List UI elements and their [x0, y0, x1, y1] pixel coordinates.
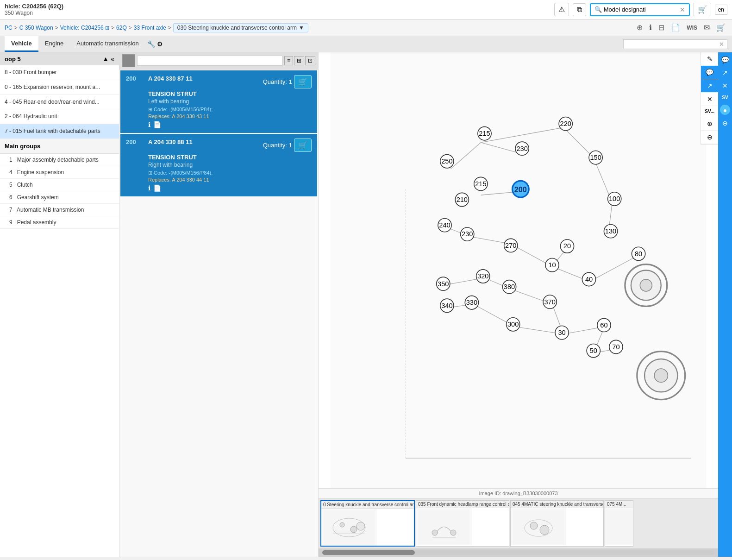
- tab-vehicle[interactable]: Vehicle: [5, 36, 38, 52]
- copy-button[interactable]: ⧉: [573, 3, 586, 16]
- svg-text:380: 380: [504, 283, 515, 290]
- mail-button[interactable]: ✉: [702, 22, 712, 33]
- breadcrumb-vehicle[interactable]: Vehicle: C204256 ⊞: [60, 25, 109, 31]
- part-2-table-icon: ⊞: [148, 170, 152, 176]
- language-button[interactable]: en: [715, 5, 727, 15]
- sidebar-double-left-button[interactable]: «: [111, 55, 114, 63]
- tab-automatic-transmission[interactable]: Automatic transmission: [70, 36, 145, 52]
- diagram-chat-button[interactable]: 💬: [701, 66, 718, 79]
- sidebar-recent-item-1[interactable]: 8 - 030 Front bumper: [0, 65, 119, 80]
- diagram-edit-button[interactable]: ✎: [701, 52, 718, 66]
- wis-button[interactable]: WIS: [685, 24, 699, 32]
- far-right-zoom-out-button[interactable]: ⊖: [719, 118, 732, 129]
- part-2-info-icon[interactable]: ℹ: [148, 184, 150, 192]
- far-right-share-button[interactable]: ↗: [719, 67, 732, 78]
- svg-text:350: 350: [438, 280, 449, 288]
- breadcrumb-frontaxle[interactable]: 33 Front axle: [134, 25, 166, 31]
- wrench-icon[interactable]: 🔧: [147, 40, 155, 48]
- part-1-info-icon[interactable]: ℹ: [148, 121, 150, 128]
- far-right-chat-button[interactable]: 💬: [719, 54, 732, 65]
- diagram-wis-button[interactable]: SV...: [701, 106, 718, 117]
- diagram-svg: 215 220 250 230 150 215 210 200: [319, 52, 718, 488]
- part-1-pos: 200: [126, 75, 144, 82]
- breadcrumb-c350[interactable]: C 350 Wagon: [19, 25, 53, 31]
- sidebar-recent-item-3[interactable]: 4 - 045 Rear-end door/rear-end wind...: [0, 95, 119, 110]
- svg-text:320: 320: [477, 272, 488, 280]
- part-1-replaces[interactable]: Replaces: A 204 330 43 11: [148, 113, 312, 119]
- svg-text:80: 80: [635, 250, 642, 258]
- scrollbar-thumb[interactable]: [322, 550, 415, 555]
- horizontal-scrollbar[interactable]: [322, 550, 714, 555]
- thumbnail-4-image: [605, 508, 633, 545]
- expand-button[interactable]: ⊡: [305, 56, 315, 65]
- tabbar: Vehicle Engine Automatic transmission 🔧 …: [0, 36, 732, 52]
- sidebar-recent-item-5[interactable]: 7 - 015 Fuel tank with detachable parts: [0, 124, 119, 139]
- search-clear-icon[interactable]: ✕: [680, 6, 685, 13]
- info-button[interactable]: ℹ: [647, 22, 654, 33]
- tab-search-input[interactable]: [626, 41, 719, 48]
- center-panel: ≡ ⊞ ⊡ 200 A 204 330 87 11 Quantity: 1 🛒 …: [119, 52, 319, 557]
- sidebar-recent-item-2[interactable]: 0 - 165 Expansion reservoir, mount a...: [0, 80, 119, 95]
- thumbnail-bar: 0 Steering knuckle and transverse contro…: [319, 498, 718, 548]
- svg-text:215: 215: [479, 130, 490, 137]
- breadcrumb-pc[interactable]: PC: [5, 25, 13, 31]
- diagram-close-button[interactable]: ✕: [701, 93, 718, 106]
- doc-button[interactable]: 📄: [669, 22, 682, 33]
- far-right-panel: 💬 ↗ ✕ SV ● ⊖: [718, 52, 732, 557]
- part-search-input[interactable]: [137, 56, 282, 66]
- diagram-container: 215 220 250 230 150 215 210 200: [319, 52, 718, 488]
- thumbnail-2[interactable]: 035 Front dynamic headlamp range control…: [416, 500, 509, 547]
- part-card-2[interactable]: 200 A 204 330 88 11 Quantity: 1 🛒 TENSIO…: [120, 134, 317, 196]
- sidebar-section-header: Main groups: [0, 139, 119, 154]
- sidebar-group-item-4[interactable]: 6 Gearshift system: [0, 191, 119, 204]
- svg-point-67: [450, 530, 456, 535]
- svg-point-60: [340, 522, 344, 527]
- search-input[interactable]: [604, 6, 678, 13]
- part-2-desc: Right with bearing: [148, 162, 312, 168]
- sidebar-group-item-6[interactable]: 9 Pedal assembly: [0, 216, 119, 229]
- center-toolbar-icons: ≡ ⊞ ⊡: [284, 56, 315, 65]
- breadcrumb-dropdown-icon[interactable]: ▼: [299, 25, 304, 31]
- alert-button[interactable]: ⚠: [554, 3, 569, 16]
- diagram-zoom-out-button[interactable]: ⊖: [701, 131, 718, 144]
- svg-text:230: 230: [516, 145, 527, 152]
- sidebar-group-item-5[interactable]: 7 Automatic MB transmission: [0, 204, 119, 216]
- thumbnail-4[interactable]: 075 4M...: [605, 500, 633, 547]
- diagram-zoom-in-button[interactable]: ⊕: [701, 117, 718, 131]
- settings-icon[interactable]: ⚙: [157, 40, 163, 48]
- tab-search: ✕: [623, 39, 727, 49]
- tab-search-clear-icon[interactable]: ✕: [719, 41, 724, 48]
- thumbnail-1[interactable]: 0 Steering knuckle and transverse contro…: [320, 500, 415, 547]
- far-right-blue-dot-button[interactable]: ●: [720, 105, 730, 115]
- thumbnail-2-label: 035 Front dynamic headlamp range control…: [416, 501, 509, 508]
- scrollbar-container: [319, 548, 718, 557]
- sidebar-collapse-button[interactable]: ▲: [102, 55, 109, 63]
- part-2-doc-icon[interactable]: 📄: [153, 184, 161, 192]
- cart-tool-button[interactable]: 🛒: [714, 22, 727, 33]
- zoom-in-button[interactable]: ⊕: [635, 22, 644, 33]
- sidebar-recent-item-4[interactable]: 2 - 064 Hydraulic unit: [0, 109, 119, 124]
- svg-text:270: 270: [505, 242, 516, 249]
- part-card-1[interactable]: 200 A 204 330 87 11 Quantity: 1 🛒 TENSIO…: [120, 70, 317, 133]
- tab-engine[interactable]: Engine: [38, 36, 70, 52]
- diagram-share-button[interactable]: ↗: [701, 79, 718, 93]
- far-right-sv-button[interactable]: SV: [719, 93, 732, 102]
- search-icon: 🔍: [594, 6, 602, 13]
- sidebar-group-item-3[interactable]: 5 Clutch: [0, 179, 119, 191]
- sidebar-group-item-2[interactable]: 4 Engine suspension: [0, 166, 119, 179]
- svg-text:200: 200: [514, 185, 527, 194]
- color-selector[interactable]: [122, 54, 135, 67]
- filter-button[interactable]: ⊟: [657, 22, 666, 33]
- part-1-add-to-cart[interactable]: 🛒: [294, 75, 312, 88]
- part-2-replaces[interactable]: Replaces: A 204 330 44 11: [148, 177, 312, 182]
- breadcrumb-62q[interactable]: 62Q: [116, 25, 127, 31]
- part-2-name: TENSION STRUT: [148, 154, 312, 161]
- far-right-close-button[interactable]: ✕: [719, 80, 732, 91]
- part-2-add-to-cart[interactable]: 🛒: [294, 138, 312, 152]
- part-1-doc-icon[interactable]: 📄: [153, 121, 161, 128]
- grid-view-button[interactable]: ⊞: [294, 56, 304, 65]
- sidebar-group-item-1[interactable]: 1 Major assembly detachable parts: [0, 154, 119, 166]
- cart-button[interactable]: 🛒: [694, 3, 711, 16]
- list-view-button[interactable]: ≡: [284, 56, 293, 65]
- thumbnail-3[interactable]: 045 4MATIC steering knuckle and transver…: [510, 500, 604, 547]
